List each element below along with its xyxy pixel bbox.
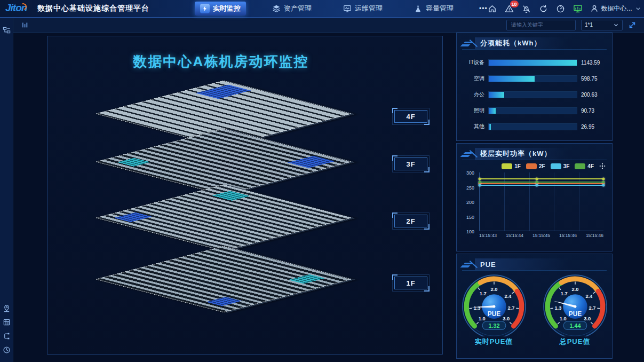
x-tick-label: 15:15:46 bbox=[559, 233, 577, 240]
location-icon[interactable] bbox=[1, 301, 12, 315]
x-tick-label: 15:15:46 bbox=[586, 233, 603, 240]
tab-label: 容量管理 bbox=[426, 4, 454, 13]
pue-panel: PUE 1.01.31.72.02.42.73.0 PUE 1.32 实 bbox=[456, 254, 613, 359]
tab-ops-management[interactable]: 运维管理 bbox=[337, 2, 388, 15]
gauge-center-label: PUE bbox=[568, 310, 582, 318]
tab-asset-management[interactable]: 资产管理 bbox=[266, 2, 317, 15]
svg-text:1.0: 1.0 bbox=[478, 316, 485, 321]
toolbox-restore-icon[interactable] bbox=[599, 163, 606, 169]
app-title: 数据中心基础设施综合管理平台 bbox=[37, 4, 149, 13]
grid-table-icon[interactable] bbox=[1, 315, 12, 329]
lightning-icon bbox=[200, 4, 210, 13]
series-line-1f bbox=[480, 178, 603, 179]
bar-row: IT设备 1143.59 bbox=[462, 54, 607, 70]
legend-item-2f[interactable]: 2F bbox=[526, 163, 545, 169]
bar-value: 26.95 bbox=[581, 124, 607, 130]
x-axis: 15:15:4315:15:4415:15:4515:15:4615:15:46 bbox=[479, 233, 603, 240]
bar-value: 90.73 bbox=[581, 108, 607, 114]
legend-item-3f[interactable]: 3F bbox=[551, 163, 570, 169]
scene-panel: 数据中心A栋机房动环监控 4F 3F bbox=[47, 36, 443, 355]
legend-item-1f[interactable]: 1F bbox=[502, 163, 521, 169]
alarm-count-badge: 10 bbox=[510, 1, 519, 7]
bar-fill bbox=[489, 108, 496, 114]
power-panel: 楼层实时功率（kW） 1F2F3F4F 300250200150100 15:1… bbox=[456, 143, 613, 251]
bar-track[interactable] bbox=[488, 107, 577, 114]
device-tree-icon[interactable] bbox=[1, 23, 12, 37]
columns-layout-icon[interactable] bbox=[21, 21, 29, 29]
panel-title: PUE bbox=[480, 261, 496, 269]
floor-button-4f[interactable]: 4F bbox=[392, 108, 430, 125]
panel-header: PUE bbox=[462, 258, 607, 270]
gauge-value: 1.44 bbox=[569, 322, 581, 329]
toolbar: 1*1 bbox=[13, 18, 644, 33]
pipeline-bracket-icon[interactable] bbox=[1, 329, 12, 343]
floor-buttons: 4F 3F 2F 1F bbox=[392, 36, 435, 354]
bar-label: 空调 bbox=[462, 75, 484, 82]
pue-gauge-0[interactable]: 1.01.31.72.02.42.73.0 PUE 1.32 实时PUE值 bbox=[460, 273, 528, 347]
legend-item-4f[interactable]: 4F bbox=[575, 163, 594, 169]
bar-fill bbox=[489, 60, 577, 66]
gauge-center-label: PUE bbox=[487, 310, 500, 318]
panel-ornament-icon bbox=[462, 260, 480, 269]
bar-label: IT设备 bbox=[462, 59, 484, 66]
floor-deck bbox=[96, 246, 352, 312]
monitor-icon[interactable] bbox=[573, 4, 583, 13]
floor-button-1f[interactable]: 1F bbox=[392, 274, 430, 292]
x-tick-label: 15:15:45 bbox=[532, 233, 550, 240]
flask-icon bbox=[414, 4, 423, 13]
pue-gauge-1[interactable]: 1.01.31.72.02.42.73.0 PUE 1.44 总PUE值 bbox=[542, 273, 609, 347]
bar-value: 598.75 bbox=[581, 76, 607, 82]
floor-deck bbox=[96, 185, 352, 251]
energy-panel: 分项能耗（kWh） IT设备 1143.59 空调 598.75 办公 200.… bbox=[456, 33, 613, 141]
tab-more[interactable]: ••• bbox=[479, 5, 488, 12]
svg-text:2.4: 2.4 bbox=[585, 294, 593, 299]
building-floor-2f[interactable] bbox=[71, 127, 376, 287]
svg-text:1.0: 1.0 bbox=[559, 316, 566, 321]
refresh-icon[interactable] bbox=[539, 4, 548, 13]
chevron-down-icon bbox=[613, 22, 619, 28]
alarm-icon[interactable]: 10 bbox=[505, 4, 514, 13]
svg-text:2.0: 2.0 bbox=[490, 287, 497, 292]
gauge-label: 总PUE值 bbox=[542, 337, 609, 347]
home-icon[interactable] bbox=[488, 4, 497, 13]
bar-fill bbox=[489, 124, 491, 130]
grid-layout-value: 1*1 bbox=[585, 22, 593, 28]
series-line-4f bbox=[480, 182, 603, 183]
svg-text:2.4: 2.4 bbox=[504, 294, 512, 299]
scene-title: 数据中心A栋机房动环监控 bbox=[53, 52, 389, 71]
tab-label: 资产管理 bbox=[284, 4, 312, 13]
history-clock-icon[interactable] bbox=[1, 343, 12, 357]
grid-layout-select[interactable]: 1*1 bbox=[581, 20, 623, 30]
bar-track[interactable] bbox=[488, 123, 577, 130]
gauge-clock-icon[interactable] bbox=[556, 4, 566, 13]
tab-label: 实时监控 bbox=[213, 4, 241, 13]
svg-text:1.7: 1.7 bbox=[560, 291, 567, 296]
series-line-2f bbox=[480, 183, 603, 184]
series-line-3f bbox=[480, 185, 603, 186]
search-input[interactable] bbox=[506, 20, 576, 30]
tab-realtime-monitor[interactable]: 实时监控 bbox=[195, 2, 246, 15]
tab-capacity-management[interactable]: 容量管理 bbox=[408, 2, 459, 15]
bar-row: 照明 90.73 bbox=[462, 103, 607, 119]
floor-button-2f[interactable]: 2F bbox=[392, 213, 430, 230]
tab-label: 运维管理 bbox=[355, 4, 383, 13]
power-chart: 300250200150100 15:15:4315:15:4415:15:45… bbox=[462, 170, 607, 240]
chevron-down-icon bbox=[635, 5, 641, 12]
bar-track[interactable] bbox=[488, 91, 577, 98]
building-floor-3f[interactable] bbox=[71, 71, 376, 231]
sidebar bbox=[0, 18, 13, 362]
x-tick-label: 15:15:44 bbox=[506, 233, 523, 240]
bar-row: 办公 200.63 bbox=[462, 86, 607, 103]
topbar: Jiton 数据中心基础设施综合管理平台 实时监控 资产管理 bbox=[0, 0, 644, 18]
bar-track[interactable] bbox=[488, 59, 577, 66]
expand-icon[interactable] bbox=[628, 21, 637, 29]
bell-off-icon[interactable] bbox=[522, 4, 531, 13]
panel-ornament-icon bbox=[462, 39, 480, 48]
user-menu[interactable]: 数据中心... bbox=[590, 4, 641, 13]
svg-text:2.0: 2.0 bbox=[571, 287, 578, 292]
svg-text:1.3: 1.3 bbox=[473, 305, 480, 311]
building-floor-1f[interactable] bbox=[71, 188, 376, 349]
bar-track[interactable] bbox=[488, 75, 577, 82]
right-column: 分项能耗（kWh） IT设备 1143.59 空调 598.75 办公 200.… bbox=[456, 33, 613, 359]
floor-button-3f[interactable]: 3F bbox=[392, 155, 430, 172]
